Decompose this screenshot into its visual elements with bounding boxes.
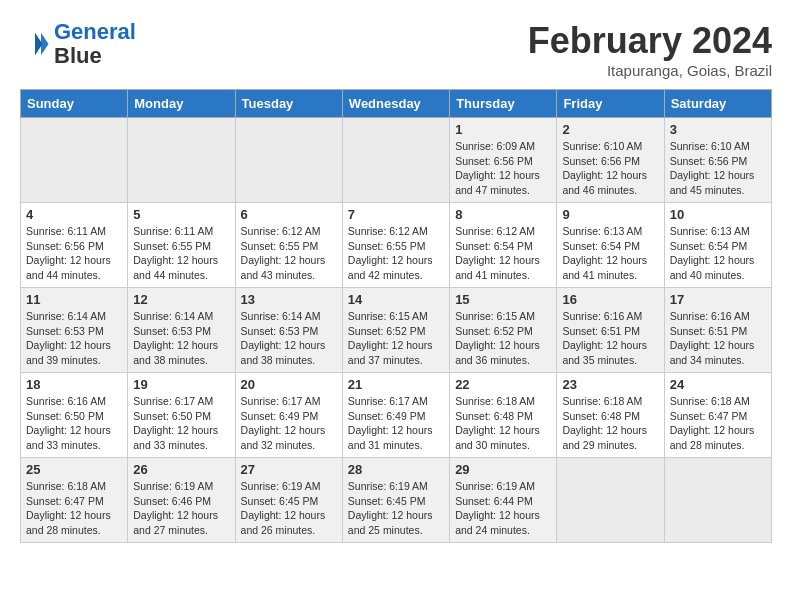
day-detail: Sunrise: 6:17 AMSunset: 6:49 PMDaylight:… <box>241 394 337 453</box>
day-detail: Sunrise: 6:14 AMSunset: 6:53 PMDaylight:… <box>26 309 122 368</box>
calendar-cell: 10Sunrise: 6:13 AMSunset: 6:54 PMDayligh… <box>664 203 771 288</box>
calendar-cell: 4Sunrise: 6:11 AMSunset: 6:56 PMDaylight… <box>21 203 128 288</box>
day-detail: Sunrise: 6:11 AMSunset: 6:56 PMDaylight:… <box>26 224 122 283</box>
calendar-cell: 28Sunrise: 6:19 AMSunset: 6:45 PMDayligh… <box>342 458 449 543</box>
day-number: 22 <box>455 377 551 392</box>
week-row-5: 25Sunrise: 6:18 AMSunset: 6:47 PMDayligh… <box>21 458 772 543</box>
day-number: 2 <box>562 122 658 137</box>
day-number: 25 <box>26 462 122 477</box>
month-year: February 2024 <box>528 20 772 62</box>
day-number: 12 <box>133 292 229 307</box>
weekday-header-wednesday: Wednesday <box>342 90 449 118</box>
calendar-cell: 16Sunrise: 6:16 AMSunset: 6:51 PMDayligh… <box>557 288 664 373</box>
calendar-cell: 13Sunrise: 6:14 AMSunset: 6:53 PMDayligh… <box>235 288 342 373</box>
day-number: 21 <box>348 377 444 392</box>
logo-icon <box>20 29 50 59</box>
day-number: 29 <box>455 462 551 477</box>
day-number: 28 <box>348 462 444 477</box>
day-detail: Sunrise: 6:15 AMSunset: 6:52 PMDaylight:… <box>455 309 551 368</box>
calendar-cell: 27Sunrise: 6:19 AMSunset: 6:45 PMDayligh… <box>235 458 342 543</box>
weekday-header-saturday: Saturday <box>664 90 771 118</box>
day-detail: Sunrise: 6:12 AMSunset: 6:55 PMDaylight:… <box>348 224 444 283</box>
day-number: 19 <box>133 377 229 392</box>
day-number: 11 <box>26 292 122 307</box>
logo: General Blue <box>20 20 136 68</box>
day-detail: Sunrise: 6:17 AMSunset: 6:50 PMDaylight:… <box>133 394 229 453</box>
day-number: 10 <box>670 207 766 222</box>
day-detail: Sunrise: 6:14 AMSunset: 6:53 PMDaylight:… <box>133 309 229 368</box>
day-detail: Sunrise: 6:13 AMSunset: 6:54 PMDaylight:… <box>562 224 658 283</box>
calendar-cell <box>342 118 449 203</box>
weekday-header-row: SundayMondayTuesdayWednesdayThursdayFrid… <box>21 90 772 118</box>
weekday-header-thursday: Thursday <box>450 90 557 118</box>
day-detail: Sunrise: 6:11 AMSunset: 6:55 PMDaylight:… <box>133 224 229 283</box>
week-row-1: 1Sunrise: 6:09 AMSunset: 6:56 PMDaylight… <box>21 118 772 203</box>
calendar-cell: 22Sunrise: 6:18 AMSunset: 6:48 PMDayligh… <box>450 373 557 458</box>
day-detail: Sunrise: 6:18 AMSunset: 6:48 PMDaylight:… <box>455 394 551 453</box>
calendar-cell <box>664 458 771 543</box>
calendar-cell: 24Sunrise: 6:18 AMSunset: 6:47 PMDayligh… <box>664 373 771 458</box>
calendar-cell: 9Sunrise: 6:13 AMSunset: 6:54 PMDaylight… <box>557 203 664 288</box>
day-number: 15 <box>455 292 551 307</box>
day-number: 13 <box>241 292 337 307</box>
weekday-header-sunday: Sunday <box>21 90 128 118</box>
day-detail: Sunrise: 6:15 AMSunset: 6:52 PMDaylight:… <box>348 309 444 368</box>
calendar-cell: 2Sunrise: 6:10 AMSunset: 6:56 PMDaylight… <box>557 118 664 203</box>
logo-general: General <box>54 19 136 44</box>
calendar-cell: 19Sunrise: 6:17 AMSunset: 6:50 PMDayligh… <box>128 373 235 458</box>
calendar-cell: 1Sunrise: 6:09 AMSunset: 6:56 PMDaylight… <box>450 118 557 203</box>
page-header: General Blue February 2024 Itapuranga, G… <box>20 20 772 79</box>
calendar-cell: 18Sunrise: 6:16 AMSunset: 6:50 PMDayligh… <box>21 373 128 458</box>
week-row-3: 11Sunrise: 6:14 AMSunset: 6:53 PMDayligh… <box>21 288 772 373</box>
day-detail: Sunrise: 6:13 AMSunset: 6:54 PMDaylight:… <box>670 224 766 283</box>
weekday-header-monday: Monday <box>128 90 235 118</box>
weekday-header-friday: Friday <box>557 90 664 118</box>
day-number: 5 <box>133 207 229 222</box>
day-detail: Sunrise: 6:19 AMSunset: 6:45 PMDaylight:… <box>348 479 444 538</box>
calendar-cell: 12Sunrise: 6:14 AMSunset: 6:53 PMDayligh… <box>128 288 235 373</box>
day-detail: Sunrise: 6:19 AMSunset: 6:45 PMDaylight:… <box>241 479 337 538</box>
day-number: 8 <box>455 207 551 222</box>
weekday-header-tuesday: Tuesday <box>235 90 342 118</box>
calendar-cell: 8Sunrise: 6:12 AMSunset: 6:54 PMDaylight… <box>450 203 557 288</box>
day-number: 27 <box>241 462 337 477</box>
calendar-cell: 15Sunrise: 6:15 AMSunset: 6:52 PMDayligh… <box>450 288 557 373</box>
day-detail: Sunrise: 6:16 AMSunset: 6:50 PMDaylight:… <box>26 394 122 453</box>
day-number: 18 <box>26 377 122 392</box>
calendar-cell: 6Sunrise: 6:12 AMSunset: 6:55 PMDaylight… <box>235 203 342 288</box>
calendar-cell: 23Sunrise: 6:18 AMSunset: 6:48 PMDayligh… <box>557 373 664 458</box>
title-block: February 2024 Itapuranga, Goias, Brazil <box>528 20 772 79</box>
day-number: 6 <box>241 207 337 222</box>
week-row-2: 4Sunrise: 6:11 AMSunset: 6:56 PMDaylight… <box>21 203 772 288</box>
day-detail: Sunrise: 6:16 AMSunset: 6:51 PMDaylight:… <box>670 309 766 368</box>
day-detail: Sunrise: 6:18 AMSunset: 6:48 PMDaylight:… <box>562 394 658 453</box>
day-number: 20 <box>241 377 337 392</box>
day-number: 26 <box>133 462 229 477</box>
day-number: 14 <box>348 292 444 307</box>
day-detail: Sunrise: 6:19 AMSunset: 6:46 PMDaylight:… <box>133 479 229 538</box>
calendar-cell <box>235 118 342 203</box>
calendar-cell: 3Sunrise: 6:10 AMSunset: 6:56 PMDaylight… <box>664 118 771 203</box>
day-number: 7 <box>348 207 444 222</box>
week-row-4: 18Sunrise: 6:16 AMSunset: 6:50 PMDayligh… <box>21 373 772 458</box>
calendar-cell: 17Sunrise: 6:16 AMSunset: 6:51 PMDayligh… <box>664 288 771 373</box>
day-number: 24 <box>670 377 766 392</box>
calendar-cell: 25Sunrise: 6:18 AMSunset: 6:47 PMDayligh… <box>21 458 128 543</box>
day-detail: Sunrise: 6:09 AMSunset: 6:56 PMDaylight:… <box>455 139 551 198</box>
day-detail: Sunrise: 6:14 AMSunset: 6:53 PMDaylight:… <box>241 309 337 368</box>
day-detail: Sunrise: 6:10 AMSunset: 6:56 PMDaylight:… <box>562 139 658 198</box>
calendar-cell: 20Sunrise: 6:17 AMSunset: 6:49 PMDayligh… <box>235 373 342 458</box>
day-number: 23 <box>562 377 658 392</box>
day-detail: Sunrise: 6:19 AMSunset: 6:44 PMDaylight:… <box>455 479 551 538</box>
calendar-cell <box>128 118 235 203</box>
calendar-cell: 29Sunrise: 6:19 AMSunset: 6:44 PMDayligh… <box>450 458 557 543</box>
day-detail: Sunrise: 6:17 AMSunset: 6:49 PMDaylight:… <box>348 394 444 453</box>
calendar-cell: 5Sunrise: 6:11 AMSunset: 6:55 PMDaylight… <box>128 203 235 288</box>
day-detail: Sunrise: 6:18 AMSunset: 6:47 PMDaylight:… <box>26 479 122 538</box>
calendar-cell: 21Sunrise: 6:17 AMSunset: 6:49 PMDayligh… <box>342 373 449 458</box>
day-detail: Sunrise: 6:10 AMSunset: 6:56 PMDaylight:… <box>670 139 766 198</box>
day-number: 9 <box>562 207 658 222</box>
day-detail: Sunrise: 6:16 AMSunset: 6:51 PMDaylight:… <box>562 309 658 368</box>
calendar-cell: 26Sunrise: 6:19 AMSunset: 6:46 PMDayligh… <box>128 458 235 543</box>
day-number: 17 <box>670 292 766 307</box>
